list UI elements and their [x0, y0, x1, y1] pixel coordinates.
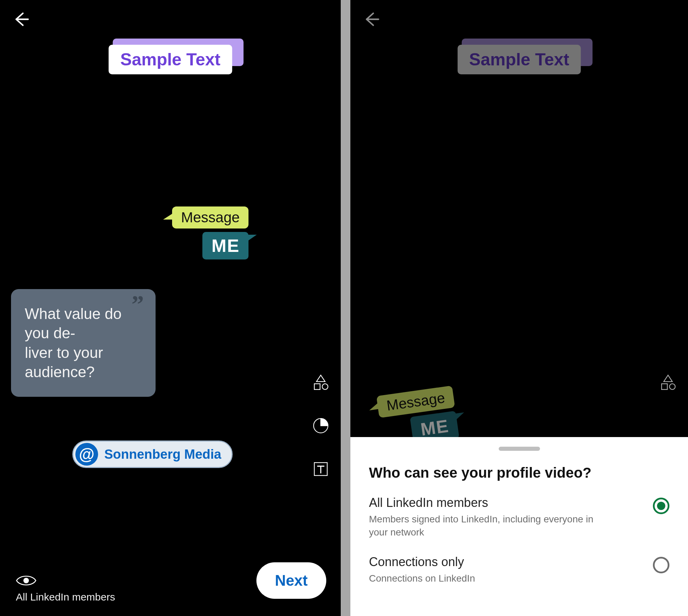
quote-icon: ”: [131, 299, 144, 309]
me-bubble: ME: [202, 232, 248, 259]
tool-rail: [312, 373, 330, 478]
option-label: Connections only: [369, 555, 643, 569]
at-icon: @: [75, 443, 98, 466]
message-bubble-text: Message: [385, 390, 446, 414]
shapes-tool-icon: [659, 373, 677, 391]
svg-rect-5: [661, 384, 667, 390]
visibility-sheet: Who can see your profile video? All Link…: [350, 437, 688, 616]
sheet-handle[interactable]: [499, 447, 540, 451]
visibility-sheet-screen: Sample Text Message ME Who can see your …: [350, 0, 688, 616]
screens-divider: [341, 0, 350, 616]
next-button[interactable]: Next: [256, 562, 326, 599]
tool-rail: [659, 373, 677, 391]
quote-sticker[interactable]: ” What value do you de- liver to your au…: [11, 289, 156, 397]
back-button[interactable]: [10, 9, 31, 30]
option-desc: Members signed into LinkedIn, including …: [369, 513, 603, 539]
editor-screen: Sample Text Message ME ” What value do y…: [0, 0, 341, 616]
shapes-tool-icon[interactable]: [312, 373, 330, 391]
me-bubble-text: ME: [211, 236, 240, 256]
text-sticker-label: Sample Text: [457, 45, 581, 74]
text-tool-icon[interactable]: [312, 460, 330, 478]
svg-point-4: [23, 578, 29, 583]
quote-text: What value do you de- liver to your audi…: [25, 304, 142, 382]
stickers-tool-icon[interactable]: [312, 417, 330, 435]
radio-unselected-icon[interactable]: [653, 557, 669, 573]
radio-selected-icon[interactable]: [653, 498, 669, 514]
visibility-toggle[interactable]: All LinkedIn members: [16, 573, 115, 603]
message-bubble-text: Message: [181, 209, 240, 225]
visibility-label: All LinkedIn members: [16, 591, 115, 603]
svg-rect-0: [314, 384, 320, 390]
text-sticker-sample: Sample Text: [457, 45, 581, 74]
me-bubble-text: ME: [420, 416, 450, 439]
sheet-title: Who can see your profile video?: [369, 465, 669, 481]
text-sticker-sample[interactable]: Sample Text: [109, 45, 232, 74]
next-button-label: Next: [275, 572, 308, 589]
eye-icon: [16, 573, 36, 588]
message-bubble: Message: [172, 206, 248, 229]
option-desc: Connections on LinkedIn: [369, 572, 603, 585]
visibility-option-all[interactable]: All LinkedIn members Members signed into…: [369, 496, 669, 539]
visibility-option-connections[interactable]: Connections only Connections on LinkedIn: [369, 555, 669, 585]
svg-point-6: [669, 384, 675, 390]
mention-sticker[interactable]: @ Sonnenberg Media: [72, 440, 233, 468]
message-sticker-group[interactable]: Message ME: [172, 206, 248, 259]
svg-point-1: [322, 384, 328, 390]
text-sticker-label: Sample Text: [109, 45, 232, 74]
back-button[interactable]: [361, 9, 381, 30]
mention-name: Sonnenberg Media: [104, 447, 221, 462]
option-label: All LinkedIn members: [369, 496, 643, 510]
